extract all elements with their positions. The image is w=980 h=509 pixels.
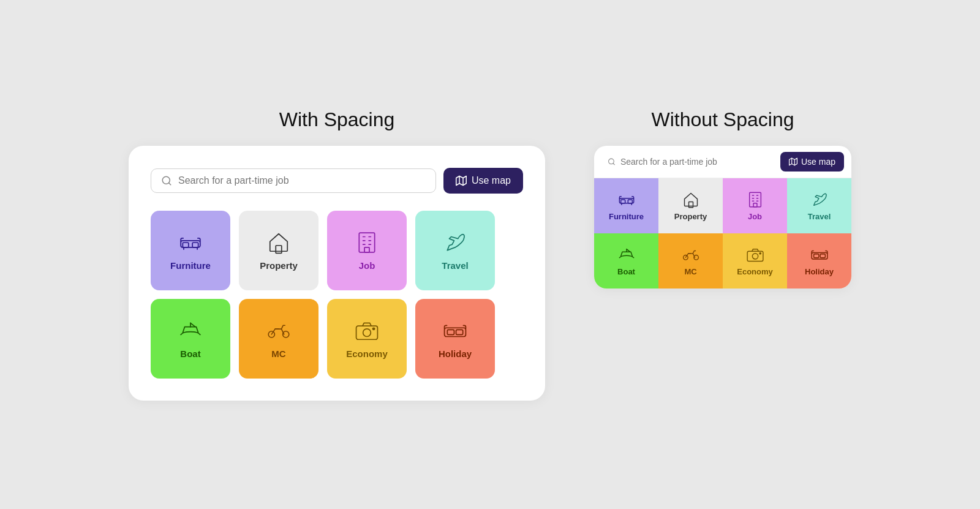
svg-marker-30 — [790, 158, 797, 165]
svg-point-51 — [752, 253, 758, 258]
category-tile-compact-mc[interactable]: MC — [658, 233, 723, 288]
furniture-label-compact: Furniture — [609, 212, 644, 221]
camera-icon — [355, 319, 379, 342]
svg-point-52 — [760, 252, 761, 254]
search-icon — [161, 175, 172, 186]
job-label-compact: Job — [748, 212, 762, 221]
category-tile-travel[interactable]: Travel — [415, 211, 495, 290]
economy-label: Economy — [346, 349, 388, 359]
holiday-icon-compact — [811, 246, 828, 263]
search-input-compact[interactable] — [620, 157, 774, 167]
category-tile-job[interactable]: Job — [327, 211, 407, 290]
svg-rect-54 — [813, 254, 818, 257]
svg-rect-11 — [359, 233, 374, 252]
category-tile-compact-job[interactable]: Job — [723, 178, 787, 233]
category-tile-compact-economy[interactable]: Economy — [723, 233, 787, 288]
main-container: With Spacing Use map — [0, 84, 980, 425]
use-map-button[interactable]: Use map — [443, 168, 523, 194]
category-tile-compact-travel[interactable]: Travel — [787, 178, 851, 233]
svg-point-24 — [373, 328, 375, 330]
sofa-icon — [179, 231, 202, 254]
search-input[interactable] — [178, 175, 426, 186]
sofa-icon-compact — [618, 191, 635, 208]
svg-line-29 — [613, 164, 614, 165]
svg-marker-2 — [456, 176, 467, 186]
category-tile-property[interactable]: Property — [239, 211, 318, 290]
category-grid-compact: Furniture Property — [594, 178, 851, 288]
search-icon-compact — [608, 157, 616, 166]
without-spacing-title: Without Spacing — [651, 108, 794, 131]
property-label-compact: Property — [674, 212, 707, 221]
category-tile-mc[interactable]: MC — [239, 299, 318, 379]
boat-label-compact: Boat — [617, 267, 635, 276]
search-bar-row: Use map — [151, 168, 523, 194]
svg-point-23 — [363, 328, 371, 336]
category-tile-boat[interactable]: Boat — [151, 299, 230, 379]
category-tile-holiday[interactable]: Holiday — [415, 299, 495, 379]
travel-label: Travel — [442, 260, 468, 271]
mc-label: MC — [271, 349, 285, 359]
svg-rect-26 — [447, 330, 454, 334]
camera-icon-compact — [747, 246, 764, 263]
category-tile-furniture[interactable]: Furniture — [151, 211, 230, 290]
with-spacing-title: With Spacing — [279, 108, 395, 131]
building-icon-compact — [747, 191, 764, 208]
motorcycle-icon — [267, 319, 290, 342]
with-spacing-section: With Spacing Use map — [129, 108, 545, 401]
job-label: Job — [359, 260, 375, 271]
category-tile-economy[interactable]: Economy — [327, 299, 407, 379]
svg-rect-38 — [688, 202, 693, 207]
svg-rect-35 — [628, 200, 632, 203]
category-tile-compact-boat[interactable]: Boat — [594, 233, 658, 288]
svg-line-1 — [168, 183, 170, 184]
category-grid-spaced: Furniture Property — [151, 211, 523, 379]
use-map-button-compact[interactable]: Use map — [780, 152, 844, 172]
holiday-label-compact: Holiday — [805, 267, 834, 276]
svg-rect-6 — [183, 243, 189, 247]
plane-icon-compact — [811, 191, 828, 208]
map-icon — [456, 175, 467, 186]
svg-rect-10 — [276, 245, 282, 253]
house-icon — [267, 231, 290, 254]
svg-rect-7 — [192, 243, 198, 247]
svg-rect-33 — [619, 198, 633, 203]
search-input-wrapper[interactable] — [151, 168, 436, 193]
svg-rect-55 — [820, 254, 825, 257]
without-spacing-section: Without Spacing Use map — [594, 108, 851, 288]
category-tile-compact-holiday[interactable]: Holiday — [787, 233, 851, 288]
category-tile-compact-property[interactable]: Property — [658, 178, 723, 233]
travel-label-compact: Travel — [808, 212, 831, 221]
svg-rect-39 — [749, 192, 761, 206]
economy-label-compact: Economy — [737, 267, 773, 276]
with-spacing-card: Use map Furniture — [129, 146, 545, 401]
house-icon-compact — [682, 191, 699, 208]
holiday-icon — [443, 319, 467, 342]
svg-rect-27 — [456, 330, 463, 334]
holiday-label: Holiday — [439, 349, 472, 359]
property-label: Property — [260, 260, 298, 271]
search-bar-row-compact: Use map — [594, 146, 851, 178]
mc-label-compact: MC — [684, 267, 696, 276]
boat-icon — [179, 319, 202, 342]
boat-label: Boat — [180, 349, 200, 359]
svg-rect-18 — [364, 247, 369, 252]
motorcycle-icon-compact — [682, 246, 699, 263]
category-tile-compact-furniture[interactable]: Furniture — [594, 178, 658, 233]
svg-rect-34 — [620, 200, 625, 203]
furniture-label: Furniture — [170, 260, 211, 271]
building-icon — [355, 231, 379, 254]
search-input-compact-wrapper[interactable] — [601, 153, 780, 170]
svg-rect-5 — [181, 240, 200, 247]
boat-icon-compact — [618, 246, 635, 263]
plane-icon — [443, 231, 467, 254]
svg-rect-46 — [753, 203, 757, 206]
without-spacing-card: Use map Furniture — [594, 146, 851, 288]
map-icon-compact — [789, 157, 797, 166]
